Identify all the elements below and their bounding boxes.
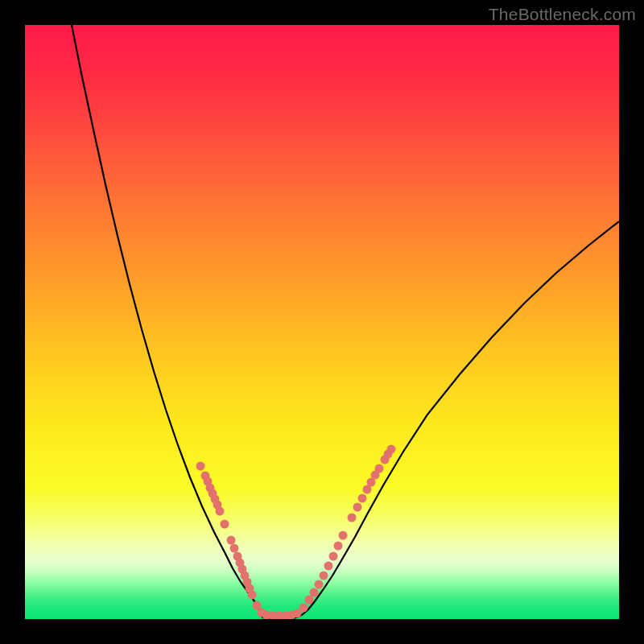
plot-area (25, 25, 619, 619)
curve-left-curve (72, 25, 262, 617)
highlight-dot (348, 514, 357, 522)
highlight-dot (196, 462, 205, 471)
highlight-dot (216, 507, 225, 516)
curve-right-curve (297, 221, 619, 617)
highlight-dot (387, 445, 396, 454)
highlight-dot (324, 562, 333, 571)
highlight-dot (305, 596, 314, 605)
highlight-dot (358, 494, 367, 503)
highlight-dot (310, 588, 319, 597)
chart-svg (25, 25, 619, 619)
highlight-dot (253, 601, 262, 610)
watermark-text: TheBottleneck.com (489, 5, 636, 24)
highlight-dot (230, 544, 239, 553)
curve-layer (72, 25, 619, 619)
highlight-dot (315, 580, 324, 589)
highlight-dot (227, 536, 236, 545)
highlight-dot (353, 503, 362, 512)
chart-frame: TheBottleneck.com (0, 0, 644, 644)
marker-layer (196, 445, 396, 620)
highlight-dot (375, 464, 384, 473)
highlight-dot (248, 591, 257, 600)
highlight-dot (339, 531, 348, 540)
highlight-dot (334, 542, 343, 551)
highlight-dot (299, 604, 308, 613)
highlight-dot (329, 552, 338, 561)
highlight-dot (221, 520, 229, 529)
highlight-dot (320, 572, 328, 580)
